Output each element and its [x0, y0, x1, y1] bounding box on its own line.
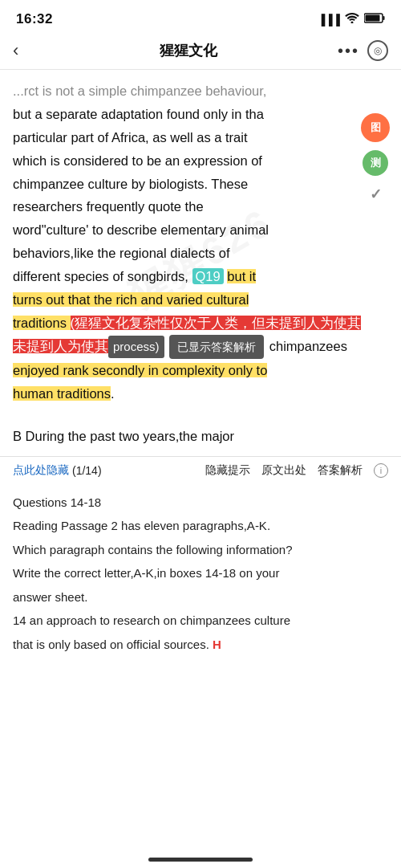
line-6: word"culture' to describe elementary ani…	[13, 222, 269, 237]
reading-text: ...rct is not a simple chimpanzee behavi…	[13, 79, 388, 448]
image-icon[interactable]: 图	[361, 113, 390, 142]
red-annotation-2: 未提到人为使其	[13, 339, 108, 353]
questions-desc1: Reading Passage 2 has eleven paragraphs,…	[13, 516, 388, 536]
red-annotation: (猩猩文化复杂性仅次于人类，但未提到人为使其	[71, 316, 362, 330]
info-button[interactable]: i	[374, 463, 388, 478]
highlighted-enjoyed: enjoyed rank secondly in complexity only…	[13, 363, 267, 377]
section-b: B During the past two years,the major	[13, 425, 388, 448]
page-title: 猩猩文化	[45, 41, 332, 60]
highlighted-traditions: traditions	[13, 316, 71, 330]
more-button[interactable]: •••	[338, 42, 359, 60]
reading-content: 猩猩626 图 测 ✓ ...rct is not a simple chimp…	[0, 70, 401, 448]
answer-tooltip[interactable]: 已显示答案解析	[169, 335, 264, 360]
line-7: behaviors,like the regional dialects of	[13, 246, 230, 260]
paragraph-start: ...rct is not a simple chimpanzee behavi…	[13, 84, 266, 98]
line-5: researchers frequently quote the	[13, 199, 204, 214]
status-time: 16:32	[16, 11, 53, 27]
question-14-text: 14 an approach to research on chimpanzee…	[13, 610, 388, 631]
source-link[interactable]: 原文出处	[261, 463, 306, 478]
toggle-label[interactable]: 点此处隐藏	[13, 463, 69, 478]
highlighted-cultural: cultural	[206, 292, 249, 307]
image-label: 图	[371, 119, 381, 137]
answer-h: H	[213, 638, 221, 651]
highlighted-human: human traditions	[13, 386, 111, 401]
test-icon[interactable]: 测	[361, 149, 390, 177]
questions-desc2: Which paragraph contains the following i…	[13, 540, 388, 560]
signal-icon: ▐▐▐	[318, 14, 340, 26]
hint-link[interactable]: 隐藏提示	[205, 463, 250, 478]
hint-bar-right: 隐藏提示 原文出处 答案解析 i	[205, 463, 388, 478]
nav-actions: ••• ◎	[332, 40, 388, 61]
section-b-text: B During the past two years,the major	[13, 429, 234, 443]
analysis-link[interactable]: 答案解析	[318, 463, 363, 478]
back-button[interactable]: ‹	[13, 40, 45, 61]
questions-desc4: answer sheet.	[13, 587, 388, 608]
svg-rect-2	[366, 15, 380, 22]
line-8: different species of songbirds,	[13, 269, 188, 283]
after-tooltip: chimpanzees	[269, 339, 347, 353]
target-icon: ◎	[374, 45, 382, 56]
line-4: chimpanzee culture by biologists. These	[13, 177, 248, 191]
status-icons: ▐▐▐	[318, 12, 385, 26]
svg-rect-1	[383, 16, 385, 20]
question-14-text2: that is only based on official sources. …	[13, 634, 388, 655]
info-label: i	[380, 466, 382, 475]
answer-overlay: process)	[108, 336, 164, 358]
check-icon: ✓	[361, 181, 390, 210]
home-indicator	[148, 858, 253, 862]
q19-badge[interactable]: Q19	[192, 268, 224, 284]
questions-section: Questions 14-18 Reading Passage 2 has el…	[0, 484, 401, 666]
line-2: particular part of Africa, as well as a …	[13, 130, 248, 145]
hint-count: (1/14)	[72, 464, 102, 477]
text-after-q19: but it	[227, 269, 256, 283]
questions-title: Questions 14-18	[13, 492, 388, 513]
status-bar: 16:32 ▐▐▐	[0, 0, 401, 35]
highlighted-line-1: turns out that the rich and varied	[13, 292, 206, 307]
battery-icon	[364, 12, 385, 26]
check-label: ✓	[370, 182, 382, 208]
hint-bar: 点此处隐藏 (1/14) 隐藏提示 原文出处 答案解析 i	[0, 456, 401, 484]
wifi-icon	[345, 12, 359, 26]
line-1: but a separate adaptation found only in …	[13, 107, 264, 121]
period: .	[111, 386, 115, 401]
line-3: which is considered to be an expression …	[13, 153, 262, 168]
circle-button[interactable]: ◎	[367, 40, 388, 61]
questions-desc3: Write the correct letter,A-K,in boxes 14…	[13, 563, 388, 584]
hint-bar-left: 点此处隐藏 (1/14)	[13, 463, 200, 478]
nav-bar: ‹ 猩猩文化 ••• ◎	[0, 35, 401, 70]
test-label: 测	[371, 154, 381, 173]
